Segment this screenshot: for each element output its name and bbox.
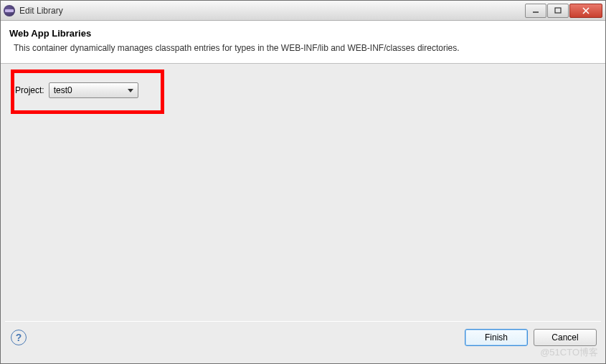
maximize-button[interactable]	[547, 4, 569, 18]
header-section: Web App Libraries This container dynamic…	[1, 21, 605, 64]
footer-buttons: Finish Cancel	[465, 329, 597, 346]
body-section: Project: test0	[1, 64, 605, 322]
project-row: Project: test0	[15, 82, 138, 98]
page-description: This container dynamically manages class…	[9, 43, 597, 53]
minimize-button[interactable]	[525, 4, 546, 18]
help-icon: ?	[16, 332, 22, 343]
svg-rect-1	[555, 8, 561, 13]
maximize-icon	[554, 7, 562, 14]
project-select[interactable]: test0	[49, 82, 138, 98]
help-button[interactable]: ?	[11, 330, 27, 345]
cancel-button[interactable]: Cancel	[534, 329, 597, 346]
finish-button[interactable]: Finish	[465, 329, 528, 346]
window-title: Edit Library	[19, 6, 525, 16]
minimize-icon	[532, 7, 539, 14]
dialog-window: Edit Library Web App Libraries This cont…	[0, 0, 606, 364]
page-title: Web App Libraries	[9, 28, 597, 39]
footer-section: ? Finish Cancel	[1, 322, 605, 353]
close-button[interactable]	[569, 4, 602, 18]
project-select-value: test0	[54, 85, 72, 95]
divider	[5, 321, 601, 322]
finish-button-label: Finish	[485, 332, 508, 343]
titlebar[interactable]: Edit Library	[1, 1, 605, 21]
chevron-down-icon	[128, 89, 133, 92]
window-controls	[525, 4, 602, 18]
eclipse-icon	[4, 5, 15, 16]
project-label: Project:	[15, 85, 44, 95]
close-icon	[582, 6, 590, 15]
cancel-button-label: Cancel	[551, 332, 578, 343]
